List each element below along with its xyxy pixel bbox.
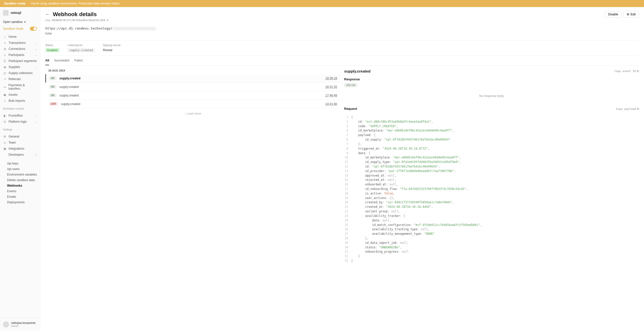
event-time: 14:41:40 — [325, 102, 337, 106]
copy-payload-button[interactable]: Copy payload ⧉ — [616, 107, 639, 111]
request-section-label: Request — [344, 107, 357, 111]
event-row[interactable]: OKsupply.created18:31:20 — [45, 83, 340, 91]
nav-item-supplies[interactable]: ▤Supplies⌄ — [0, 64, 40, 70]
user-role: Owner — [11, 325, 36, 327]
nav-sub-api-keys[interactable]: Api keys — [0, 161, 40, 166]
secret-label: Signing secret — [103, 44, 120, 47]
nav-item-integrations[interactable]: ▦Integrations — [0, 146, 40, 152]
event-row[interactable]: ERRsupply.created14:41:40 — [45, 100, 340, 108]
supplies-icon: ▤ — [3, 65, 7, 69]
sidebar: neboq2 Open sandbox ⧉ Sandbox mode ⌂Home… — [0, 7, 40, 330]
nav-item-frontoffice[interactable]: ◧Frontoffice⌄ — [0, 113, 40, 119]
webhook-description: holai — [45, 32, 639, 35]
nav-item-participants[interactable]: ☺Participants⌄ — [0, 52, 40, 58]
chevron-down-icon: ⌄ — [35, 66, 37, 69]
imports-icon: ⇩ — [3, 99, 7, 103]
chevron-down-icon: > — [35, 153, 37, 156]
sandbox-banner: Sandbox mode You're using sandbox enviro… — [0, 0, 644, 7]
event-name: supply.created — [59, 77, 80, 80]
chevron-down-icon: ⌄ — [35, 48, 37, 50]
frontoffice-icon: ◧ — [3, 114, 7, 117]
copy-event-id-button[interactable]: Copy event ID ⧉ — [614, 70, 639, 73]
copy-icon: ⧉ — [637, 107, 639, 111]
tab-succeeded[interactable]: Succeeded — [54, 59, 69, 65]
nav-sub-delete-sandbox-data[interactable]: Delete sandbox data — [0, 177, 40, 183]
chevron-down-icon: ⌄ — [35, 114, 37, 117]
load-more-button[interactable]: ↓ Load more — [45, 108, 340, 119]
event-status-badge: OK — [49, 85, 56, 89]
banner-text: You're using sandbox environment. Produc… — [31, 2, 120, 5]
nav-item-developers[interactable]: Developers> — [0, 152, 40, 158]
disable-button[interactable]: Disable — [605, 11, 621, 18]
webhook-id: ntp-984666f8f2fc4bf69a964c06a834c564 — [45, 19, 105, 22]
sandbox-toggle[interactable] — [30, 27, 37, 31]
main-content: ← Webhook details Disable ⚙ Edit ntp-984… — [40, 7, 644, 330]
event-status-badge: OK — [49, 76, 56, 80]
referrals-icon: ↗ — [3, 78, 7, 81]
reveal-secret-button[interactable]: Reveal — [103, 48, 112, 52]
open-sandbox-link[interactable]: Open sandbox ⧉ — [0, 19, 40, 25]
no-response-body: No response body — [344, 89, 639, 104]
nav-item-supply-collections[interactable]: ◫Supply collections — [0, 70, 40, 76]
nav-item-assets[interactable]: ▣Assets — [0, 92, 40, 98]
tab-failed[interactable]: Failed — [74, 59, 83, 65]
nav-sub-deployments[interactable]: Deployments — [0, 200, 40, 205]
edit-button[interactable]: ⚙ Edit — [623, 11, 639, 18]
page-title: Webhook details — [53, 11, 97, 18]
date-group-header: 28 AUG 2024 — [45, 65, 340, 74]
nav-item-platform-logic[interactable]: ⌬Platform logic⌄ — [0, 119, 40, 125]
event-time: 18:31:20 — [325, 85, 337, 89]
chevron-down-icon: ⌄ — [35, 120, 37, 123]
nav-item-payments-transfers[interactable]: ▭Payments & transfers — [0, 82, 40, 92]
user-avatar — [3, 321, 9, 327]
back-button[interactable]: ← — [45, 12, 50, 17]
nav-sub-webhooks[interactable]: Webhooks — [0, 183, 40, 188]
nav-sub-api-users[interactable]: Api users — [0, 166, 40, 172]
tab-all[interactable]: All — [45, 59, 49, 65]
segments-icon: ☰ — [3, 59, 7, 63]
nav-heading-developer: Developer console — [0, 105, 40, 111]
collections-icon: ◫ — [3, 72, 7, 75]
event-name: supply.created — [59, 85, 79, 89]
general-icon: ⚙ — [3, 135, 7, 138]
nav-item-team[interactable]: ▭Team — [0, 140, 40, 146]
nav-item-connections[interactable]: ⇄Connections⌄ — [0, 46, 40, 52]
sandbox-mode-toggle-row: Sandbox mode — [0, 25, 40, 32]
nav-item-bulk-imports[interactable]: ⇩Bulk imports — [0, 98, 40, 104]
response-section-label: Response — [344, 77, 639, 81]
integrations-icon: ▦ — [3, 147, 7, 150]
event-filter-tabs: AllSucceededFailed — [45, 56, 639, 65]
event-status-badge: OK — [49, 93, 56, 97]
team-icon: ▭ — [3, 141, 7, 144]
listening-label: Listening for — [67, 44, 95, 47]
download-icon: ↓ — [184, 112, 186, 115]
nav-item-referrals[interactable]: ↗Referrals — [0, 76, 40, 82]
nav-item-transactions[interactable]: ≡Transactions⌄ — [0, 40, 40, 46]
banner-label: Sandbox mode — [4, 2, 26, 5]
copy-icon: ⧉ — [637, 70, 639, 73]
nav-sub-environment-variables[interactable]: Environment variables — [0, 172, 40, 177]
event-name: supply.created — [61, 102, 80, 106]
copy-id-icon[interactable]: ⧉ — [107, 19, 109, 22]
status-badge: Enabled — [45, 48, 59, 52]
listening-value: supply.created — [67, 48, 95, 52]
nav-item-general[interactable]: ⚙General — [0, 134, 40, 140]
event-row[interactable]: OKsupply.created17:46:49 — [45, 91, 340, 100]
external-link-icon: ⧉ — [24, 21, 26, 23]
participants-icon: ☺ — [3, 53, 7, 56]
event-time: 17:46:49 — [325, 94, 337, 97]
event-row[interactable]: OKsupply.created18:36:18 — [45, 74, 340, 83]
event-name: supply.created — [59, 94, 79, 97]
payments-icon: ▭ — [3, 85, 7, 89]
nav-sub-events[interactable]: Events — [0, 188, 40, 194]
event-time: 18:36:18 — [325, 77, 337, 80]
nav-heading-settings: Settings — [0, 126, 40, 132]
connections-icon: ⇄ — [3, 47, 7, 51]
nav-item-participant-segments[interactable]: ☰Participant segments — [0, 58, 40, 64]
workspace-switcher[interactable]: neboq2 — [0, 7, 40, 19]
workspace-name: neboq2 — [11, 11, 21, 15]
sidebar-user[interactable]: nebojsa kovacevic Owner — [0, 318, 40, 330]
nav-item-home[interactable]: ⌂Home — [0, 34, 40, 40]
assets-icon: ▣ — [3, 93, 7, 96]
nav-sub-emails[interactable]: Emails — [0, 194, 40, 200]
